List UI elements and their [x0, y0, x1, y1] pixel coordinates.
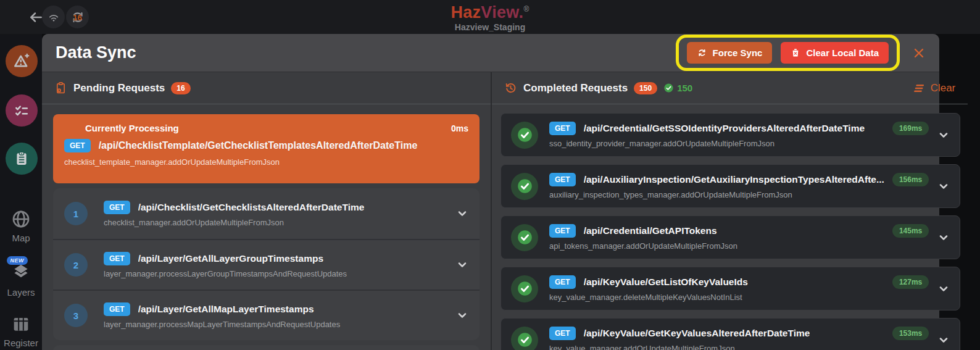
request-handler: api_tokens_manager.addOrUpdateMultipleFr… [549, 241, 929, 251]
checklist-icon [13, 102, 30, 119]
processing-title: Currently Processing [85, 123, 179, 133]
sidebar-item-register[interactable]: Register [0, 314, 42, 348]
request-path: /api/Checklist/GetChecklistsAlteredAfter… [138, 202, 365, 213]
clear-completed-button[interactable]: Clear [913, 82, 956, 94]
success-icon [511, 173, 538, 200]
brand-suffix: View. [481, 3, 523, 22]
pending-requests-panel: Pending Requests 16 Currently Processing… [42, 72, 492, 350]
completed-requests-panel: Completed Requests 150 150 Clear [492, 72, 968, 350]
completed-count-badge: 150 [634, 82, 657, 94]
clear-local-data-label: Clear Local Data [806, 48, 879, 58]
force-sync-button[interactable]: Force Sync [687, 42, 773, 64]
method-badge: GET [104, 252, 130, 265]
clear-label: Clear [931, 82, 956, 94]
pending-panel-title: Pending Requests [73, 82, 165, 94]
add-alert-button[interactable] [6, 45, 38, 77]
request-path: /api/KeyValue/GetKeyValuesAlteredAfterDa… [584, 328, 810, 339]
method-badge: GET [549, 224, 576, 238]
pending-panel-header: Pending Requests 16 [42, 72, 491, 104]
request-handler: layer_manager.processLayerGroupTimestamp… [104, 269, 447, 278]
expand-row-button[interactable] [456, 259, 468, 271]
close-icon [911, 46, 926, 60]
success-icon [511, 224, 538, 251]
app-root: 16 HazView.® Hazview_Staging [0, 0, 980, 350]
sidebar-item-map[interactable]: Map [0, 209, 42, 243]
queue-position: 3 [64, 304, 88, 327]
request-path: /api/ChecklistTemplate/GetChecklistTempl… [99, 140, 418, 151]
chevron-down-icon [937, 283, 950, 295]
request-handler: key_value_manager.addOrUpdateMultipleFro… [549, 344, 929, 350]
pending-row-partial [53, 345, 480, 350]
clear-list-icon [913, 83, 925, 93]
sidebar-item-layers[interactable]: NEW Layers [0, 261, 42, 298]
method-badge: GET [549, 327, 576, 340]
checklists-button[interactable] [6, 94, 38, 127]
currently-processing-card[interactable]: Currently Processing 0ms GET /api/Checkl… [53, 114, 480, 183]
warning-plus-icon [12, 52, 31, 70]
expand-row-button[interactable] [456, 309, 468, 322]
completed-card[interactable]: GET /api/KeyValue/GetListOfKeyValueIds 1… [500, 267, 960, 310]
new-badge: NEW [7, 256, 28, 265]
expand-row-button[interactable] [456, 207, 468, 220]
expand-row-button[interactable] [937, 283, 950, 295]
chevron-down-icon [937, 334, 950, 346]
dialog-header: Data Sync Force Sync Clear Local Data [42, 34, 939, 72]
method-badge: GET [549, 275, 576, 289]
method-badge: GET [549, 173, 576, 186]
expand-row-button[interactable] [937, 334, 950, 346]
inspections-button[interactable] [6, 143, 38, 175]
chevron-down-icon [937, 180, 950, 193]
completed-card[interactable]: GET /api/Credential/GetAPITokens 145ms a… [500, 215, 960, 259]
duration-badge: 156ms [892, 173, 929, 186]
dialog-body: Pending Requests 16 Currently Processing… [42, 72, 939, 350]
success-icon [511, 122, 538, 149]
pending-row[interactable]: 3 GET /api/Layer/GetAllMapLayerTimestamp… [53, 290, 480, 340]
request-path: /api/AuxiliaryInspection/GetAuxiliaryIns… [584, 174, 884, 185]
request-handler: key_value_manager.deleteMultipleKeyValue… [549, 293, 929, 302]
duration-badge: 169ms [892, 122, 929, 135]
chevron-down-icon [456, 309, 468, 322]
method-badge: GET [104, 302, 130, 316]
pending-row[interactable]: 1 GET /api/Checklist/GetChecklistsAltere… [53, 188, 480, 239]
success-icon [511, 327, 538, 350]
close-button[interactable] [908, 43, 929, 64]
duration-badge: 145ms [892, 224, 929, 238]
chevron-down-icon [456, 207, 468, 220]
completed-panel-title: Completed Requests [523, 82, 628, 94]
chevron-down-icon [937, 231, 950, 244]
request-path: /api/Credential/GetSSOIdentityProvidersA… [584, 123, 865, 134]
processing-time: 0ms [451, 123, 468, 133]
request-path: /api/Layer/GetAllLayerGroupTimestamps [138, 253, 323, 264]
completed-panel-header: Completed Requests 150 150 Clear [492, 72, 968, 104]
chevron-down-icon [456, 259, 468, 271]
history-icon [504, 81, 517, 94]
highlight-annotation: Force Sync Clear Local Data [676, 35, 900, 71]
expand-row-button[interactable] [937, 231, 950, 244]
trash-icon [791, 48, 800, 58]
expand-row-button[interactable] [937, 180, 950, 193]
completed-card[interactable]: GET /api/Credential/GetSSOIdentityProvid… [500, 113, 960, 157]
request-path: /api/Credential/GetAPITokens [584, 225, 717, 236]
request-handler: auxiliary_inspection_types_manager.addOr… [549, 190, 929, 199]
completed-list: GET /api/Credential/GetSSOIdentityProvid… [492, 104, 968, 350]
sidebar-item-label: Register [0, 338, 42, 348]
chevron-down-icon [937, 129, 950, 141]
pending-row[interactable]: 2 GET /api/Layer/GetAllLayerGroupTimesta… [53, 239, 480, 290]
duration-badge: 127ms [892, 275, 929, 289]
method-badge: GET [549, 122, 576, 135]
sidebar-item-label: Layers [0, 287, 42, 298]
method-badge: GET [104, 201, 130, 214]
force-sync-label: Force Sync [713, 48, 763, 58]
sync-icon [697, 48, 707, 58]
queue-position: 2 [64, 253, 88, 277]
queue-position: 1 [64, 202, 88, 225]
clear-local-data-button[interactable]: Clear Local Data [781, 42, 889, 64]
pending-list: Currently Processing 0ms GET /api/Checkl… [42, 104, 491, 350]
table-icon [0, 314, 42, 335]
success-count: 150 [677, 83, 692, 93]
completed-card[interactable]: GET /api/AuxiliaryInspection/GetAuxiliar… [500, 164, 960, 208]
pending-queue: 1 GET /api/Checklist/GetChecklistsAltere… [53, 188, 480, 340]
method-badge: GET [64, 139, 91, 152]
completed-card[interactable]: GET /api/KeyValue/GetKeyValuesAlteredAft… [500, 318, 960, 350]
expand-row-button[interactable] [937, 129, 950, 141]
